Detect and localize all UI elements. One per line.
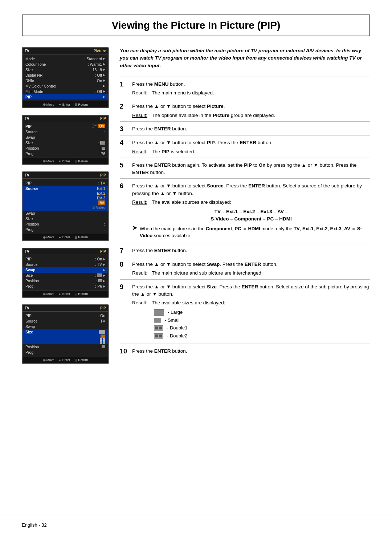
tv-body-3: PIP : TV Source Ext.1 Ext.2 Ext.3 AV S-V…	[23, 179, 108, 234]
right-column: You can display a sub picture within the…	[120, 47, 370, 364]
intro-text: You can display a sub picture within the…	[120, 47, 370, 69]
tv-header-5: TV PIP	[23, 305, 108, 312]
tv-header-1: TV Picture	[23, 48, 108, 54]
tv-footer-4: ⊕ Move ↵ Enter ⊞ Return	[23, 291, 108, 297]
table-row: DNIe : On ▶	[23, 78, 108, 83]
tv-footer-1: ⊕ Move ↵ Enter ⊞ Return	[23, 101, 108, 108]
size-icon-double2	[154, 333, 163, 339]
table-row: Source : TV	[23, 319, 108, 324]
tv-screen-4: TV PIP PIP : On ▶ Source : TV ▶ Swap ▶	[22, 248, 109, 298]
tv-header-4: TV PIP	[23, 248, 108, 255]
table-row: PIP : TV	[23, 180, 108, 186]
size-chart: - Large - Small - Double1	[154, 309, 370, 339]
table-row: Swap	[23, 324, 108, 329]
table-row: Swap	[23, 211, 108, 216]
table-row-source: Source Ext.1 Ext.2 Ext.3 AV S-Video	[23, 186, 108, 211]
table-row: PIP : On	[23, 313, 108, 319]
tv-footer-3: ⊕ Move ↵ Enter ⊞ Return	[23, 234, 108, 240]
list-item: - Double1	[154, 324, 370, 332]
tv-body-4: PIP : On ▶ Source : TV ▶ Swap ▶ Size : ▶	[23, 255, 108, 291]
table-row: Digital NR : Off ▶	[23, 72, 108, 78]
menu-title-1: Picture	[94, 49, 106, 53]
table-row: Size :	[23, 140, 108, 145]
table-row: Position : ▶	[23, 278, 108, 284]
tv-footer-2: ⊕ Move ↵ Enter ⊞ Return	[23, 158, 108, 164]
note: ➤ When the main picture is in the Compon…	[132, 225, 370, 239]
title-bar: Viewing the Picture In Picture (PIP)	[22, 15, 370, 36]
table-row: Prog. :	[23, 227, 108, 232]
tv-screen-5: TV PIP PIP : On Source : TV Swap	[22, 304, 109, 364]
list-item: - Large	[154, 309, 370, 316]
list-item: - Small	[154, 317, 370, 324]
table-row: Position :	[23, 344, 108, 350]
step-4: 4 Press the ▲ or ▼ button to select PIP.…	[120, 135, 370, 158]
tv-screen-1: TV Picture Mode : Standard ▶ Colour Tone…	[22, 47, 109, 108]
table-row: Size : ▶	[23, 273, 108, 278]
table-row: Size	[23, 216, 108, 222]
tv-screen-2: TV PIP PIP Off On Source :	[22, 115, 109, 165]
table-row: PIP : On ▶	[23, 256, 108, 262]
step-2: 2 Press the ▲ or ▼ button to select Pict…	[120, 99, 370, 121]
table-row: Prog. : P6 ▶	[23, 284, 108, 289]
left-column: TV Picture Mode : Standard ▶ Colour Tone…	[22, 47, 109, 364]
table-row: Size : 16 : 9 ▶	[23, 67, 108, 72]
step-9: 9 Press the ▲ or ▼ button to select Size…	[120, 279, 370, 344]
table-row: Position :	[23, 145, 108, 151]
step-3: 3 Press the ENTER button.	[120, 121, 370, 135]
table-row: Colour Tone : Warm1 ▶	[23, 61, 108, 67]
step-10: 10 Press the ENTER button.	[120, 344, 370, 358]
table-row: Prog.	[23, 350, 108, 355]
tv-screen-3: TV PIP PIP : TV Source Ext.1 Ext.2	[22, 171, 109, 241]
table-row-pip-selected: PIP ▶	[23, 94, 108, 100]
table-row: Position :	[23, 222, 108, 227]
page: Viewing the Picture In Picture (PIP) TV …	[0, 0, 392, 535]
table-row: My Colour Control ▶	[23, 83, 108, 89]
tv-footer-5: ⊕ Move ↵ Enter ⊞ Return	[23, 357, 108, 363]
table-row: Source :	[23, 129, 108, 134]
tv-body-1: Mode : Standard ▶ Colour Tone : Warm1 ▶ …	[23, 54, 108, 101]
table-row: Film Mode : Off ▶	[23, 89, 108, 94]
size-icon-double1	[154, 325, 163, 331]
tv-label-1: TV	[25, 49, 29, 53]
table-row-size: Size	[23, 329, 108, 344]
table-row: PIP Off On	[23, 123, 108, 129]
step-6: 6 Press the ▲ or ▼ button to select Sour…	[120, 178, 370, 243]
table-row: Source : TV ▶	[23, 262, 108, 267]
main-content: TV Picture Mode : Standard ▶ Colour Tone…	[22, 47, 370, 364]
table-row: Swap	[23, 134, 108, 140]
list-item: - Double2	[154, 332, 370, 340]
step-1: 1 Press the MENU button. Result: The mai…	[120, 77, 370, 99]
tv-body-2: PIP Off On Source : Swap	[23, 122, 108, 158]
table-row: Prog. : P6	[23, 151, 108, 156]
page-footer: English - 32	[0, 515, 392, 535]
table-row-swap: Swap ▶	[23, 267, 108, 273]
size-icon-large	[154, 309, 164, 316]
footer-text: English - 32	[22, 522, 47, 528]
step-7: 7 Press the ENTER button.	[120, 243, 370, 257]
size-icon-small	[154, 318, 161, 323]
tv-header-2: TV PIP	[23, 115, 108, 122]
step-5: 5 Press the ENTER button again. To activ…	[120, 158, 370, 179]
step-8: 8 Press the ▲ or ▼ button to select Swap…	[120, 257, 370, 279]
tv-body-5: PIP : On Source : TV Swap Size	[23, 312, 108, 357]
source-chain: TV – Ext.1 – Ext.2 – Ext.3 – AV – S-Vide…	[132, 208, 370, 223]
page-title: Viewing the Picture In Picture (PIP)	[30, 20, 362, 31]
tv-header-3: TV PIP	[23, 172, 108, 179]
table-row: Mode : Standard ▶	[23, 56, 108, 61]
